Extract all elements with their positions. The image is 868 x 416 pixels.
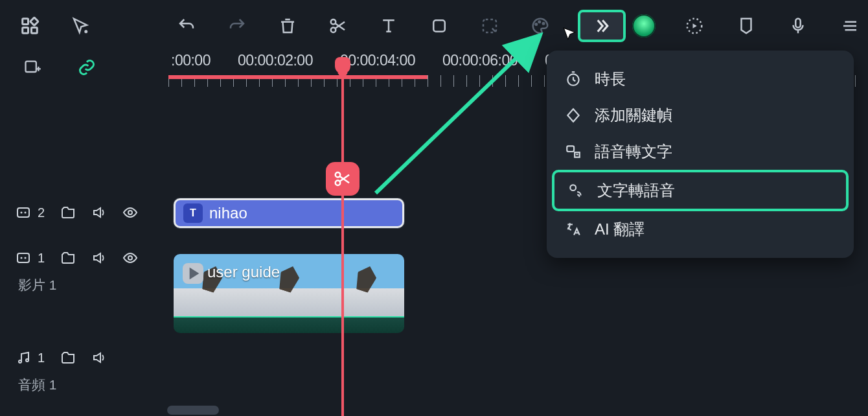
svg-rect-1	[30, 17, 38, 25]
text-tool-button[interactable]	[376, 13, 402, 39]
ruler-label: :00:00	[171, 52, 211, 69]
play-icon	[183, 263, 203, 284]
svg-rect-13	[795, 19, 801, 28]
text-badge-icon: T	[183, 203, 203, 223]
svg-rect-14	[26, 62, 36, 72]
dropdown-item-label: 語音轉文字	[595, 141, 672, 162]
svg-point-10	[539, 21, 541, 23]
apps-button[interactable]	[17, 13, 43, 39]
video-thumb	[327, 254, 404, 316]
ruler-label: 00:00:06:00	[442, 52, 518, 69]
folder-icon[interactable]	[60, 250, 76, 266]
toolbar-menu-button[interactable]	[837, 13, 863, 39]
video-clip-audio	[174, 316, 404, 333]
dropdown-item-translate[interactable]: AI 翻譯	[552, 211, 849, 248]
tts-icon	[567, 182, 584, 199]
svg-point-5	[331, 19, 336, 25]
track-head-text: 2	[0, 197, 168, 228]
mute-icon[interactable]	[91, 205, 107, 220]
svg-rect-0	[23, 19, 29, 25]
dropdown-item-keyframe[interactable]: 添加關鍵幀	[552, 97, 849, 133]
svg-point-24	[26, 359, 29, 362]
video-clip[interactable]: user guide	[174, 254, 404, 333]
svg-point-23	[19, 360, 21, 363]
marker-button[interactable]	[733, 13, 759, 39]
svg-point-4	[86, 31, 87, 33]
more-tools-dropdown: 時長 添加關鍵幀 語音轉文字 文字轉語音 AI 翻譯	[547, 51, 854, 258]
svg-rect-15	[17, 208, 29, 217]
text-clip-label: nihao	[209, 204, 247, 222]
mask-button[interactable]	[477, 13, 503, 39]
svg-point-22	[128, 256, 132, 260]
track-index: 2	[38, 205, 45, 220]
svg-rect-26	[567, 146, 574, 152]
cursor-tool-button[interactable]	[67, 13, 93, 39]
mic-button[interactable]	[785, 13, 811, 39]
track-type-text-icon	[16, 205, 31, 220]
dropdown-item-label: 添加關鍵幀	[595, 105, 672, 126]
clock-icon	[565, 71, 582, 87]
svg-point-11	[543, 23, 545, 25]
main-toolbar	[0, 0, 868, 52]
redo-button[interactable]	[224, 13, 250, 39]
ruler-label: 00:00:02:00	[238, 52, 313, 69]
video-clip-label: user guide	[207, 263, 280, 281]
folder-icon[interactable]	[60, 350, 76, 365]
crop-button[interactable]	[426, 13, 452, 39]
svg-point-16	[21, 212, 23, 214]
color-button[interactable]	[527, 13, 553, 39]
more-tools-button[interactable]	[578, 10, 626, 42]
track-label: 影片 1	[16, 273, 168, 303]
svg-rect-3	[32, 28, 38, 34]
keyframe-icon	[565, 107, 582, 124]
svg-point-20	[21, 257, 23, 259]
visibility-icon[interactable]	[122, 250, 138, 266]
svg-point-17	[25, 212, 27, 214]
svg-point-27	[570, 185, 576, 191]
dropdown-item-duration[interactable]: 時長	[552, 61, 849, 97]
horizontal-scrollbar[interactable]	[167, 406, 219, 415]
dropdown-item-label: 文字轉語音	[597, 180, 675, 201]
ruler-label: 00:00:04:00	[340, 52, 415, 69]
track-head-video: 1 影片 1	[0, 242, 168, 303]
render-button[interactable]	[681, 13, 707, 39]
track-head-audio: 1 音頻 1	[0, 342, 168, 403]
track-type-video-icon	[16, 250, 31, 266]
svg-point-21	[25, 257, 27, 259]
add-track-button[interactable]	[19, 54, 45, 80]
text-clip[interactable]: T nihao	[174, 198, 404, 228]
visibility-icon[interactable]	[122, 205, 138, 220]
track-label: 音頻 1	[16, 373, 168, 403]
dropdown-item-label: 時長	[595, 69, 626, 89]
track-index: 1	[38, 251, 45, 266]
svg-point-18	[128, 211, 132, 214]
toolbar-right	[632, 0, 868, 52]
track-index: 1	[38, 351, 45, 365]
delete-button[interactable]	[275, 13, 301, 39]
mute-icon[interactable]	[91, 350, 107, 365]
translate-icon	[565, 221, 582, 238]
folder-icon[interactable]	[60, 205, 76, 220]
mute-icon[interactable]	[91, 250, 107, 266]
svg-rect-19	[17, 253, 29, 262]
undo-button[interactable]	[174, 13, 200, 39]
split-button[interactable]	[325, 13, 351, 39]
svg-point-6	[331, 28, 336, 33]
track-row-audio: 1 音頻 1	[0, 342, 868, 403]
svg-rect-2	[23, 28, 29, 34]
link-clips-button[interactable]	[74, 54, 100, 80]
svg-rect-7	[433, 20, 445, 32]
avatar[interactable]	[632, 14, 656, 38]
dropdown-item-tts[interactable]: 文字轉語音	[552, 170, 849, 211]
ruler-work-area[interactable]	[168, 75, 428, 79]
stt-icon	[565, 143, 582, 160]
svg-point-9	[536, 23, 538, 25]
dropdown-item-label: AI 翻譯	[595, 219, 645, 240]
track-type-audio-icon	[16, 350, 31, 365]
dropdown-item-stt[interactable]: 語音轉文字	[552, 133, 849, 170]
